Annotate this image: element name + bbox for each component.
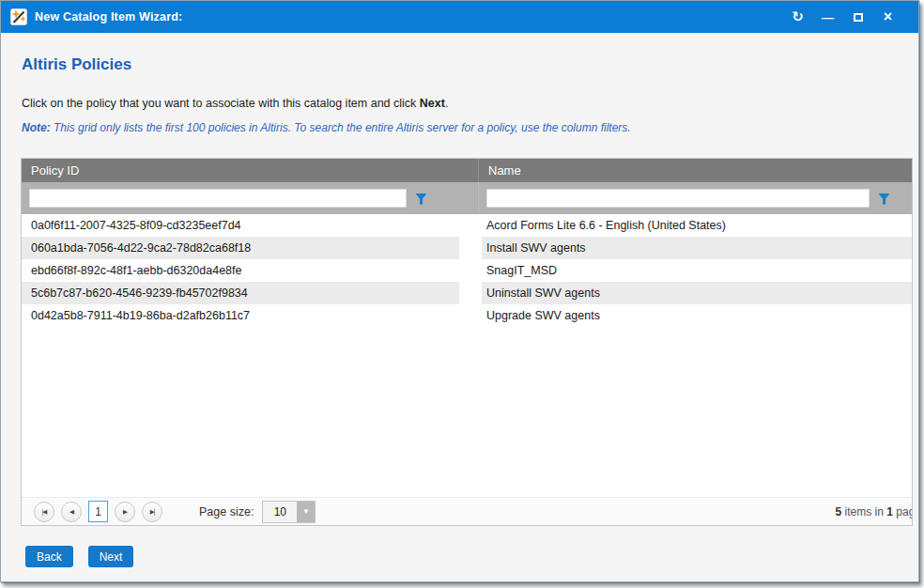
page-title: Altiris Policies	[22, 55, 131, 74]
column-gap	[459, 237, 482, 259]
table-row[interactable]: 0d42a5b8-7911-4b19-86ba-d2afb26b11c7 Upg…	[22, 304, 912, 327]
name-cell: Acord Forms Lite 6.6 - English (United S…	[482, 214, 912, 237]
note-body: This grid only lists the first 100 polic…	[51, 121, 631, 134]
instruction-text: Click on the policy that you want to ass…	[22, 97, 448, 110]
instruction-next-emphasis: Next	[420, 97, 445, 110]
table-row[interactable]: 0a0f6f11-2007-4325-8f09-cd3235eef7d4 Aco…	[22, 214, 912, 237]
column-gap	[459, 214, 482, 237]
column-gap	[459, 259, 482, 282]
next-button[interactable]: Next	[88, 546, 134, 567]
window-controls: ↻ — ×	[790, 9, 909, 25]
policy-id-cell: 0a0f6f11-2007-4325-8f09-cd3235eef7d4	[22, 214, 459, 237]
policy-id-filter-cell	[22, 182, 479, 214]
screen: New Catalog Item Wizard: ↻ — × Altiris P…	[0, 0, 924, 588]
maximize-icon[interactable]	[850, 9, 866, 25]
current-page-button[interactable]: 1	[88, 501, 108, 522]
dropdown-arrow-icon[interactable]: ▼	[297, 502, 315, 522]
page-size-value: 10	[263, 502, 297, 522]
minimize-icon[interactable]: —	[820, 9, 836, 25]
policy-id-filter-icon[interactable]	[415, 193, 427, 205]
column-header-policy-id[interactable]: Policy ID	[22, 159, 479, 182]
column-gap	[459, 282, 482, 304]
page-size-select[interactable]: 10 ▼	[262, 501, 316, 523]
close-icon[interactable]: ×	[880, 9, 896, 25]
grid-filter-row	[22, 182, 912, 214]
table-row[interactable]: ebd66f8f-892c-48f1-aebb-d6320da4e8fe Sna…	[22, 259, 912, 282]
policy-id-cell: 0d42a5b8-7911-4b19-86ba-d2afb26b11c7	[22, 304, 459, 327]
instruction-suffix: .	[445, 97, 448, 110]
next-page-button[interactable]: ▶	[115, 502, 135, 522]
name-cell: Uninstall SWV agents	[482, 282, 912, 304]
window-title: New Catalog Item Wizard:	[35, 10, 183, 23]
page-size-label: Page size:	[199, 505, 254, 518]
name-cell: SnagIT_MSD	[482, 259, 912, 282]
policy-id-cell: 060a1bda-7056-4d22-9ca2-78d82ca68f18	[22, 237, 459, 259]
table-row[interactable]: 060a1bda-7056-4d22-9ca2-78d82ca68f18 Ins…	[22, 237, 912, 259]
policy-id-filter-input[interactable]	[29, 189, 407, 208]
note-text: Note: This grid only lists the first 100…	[22, 121, 631, 134]
name-filter-icon[interactable]	[878, 193, 890, 205]
policy-id-cell: ebd66f8f-892c-48f1-aebb-d6320da4e8fe	[22, 259, 459, 282]
policy-id-cell: 5c6b7c87-b620-4546-9239-fb45702f9834	[22, 282, 459, 304]
items-summary-mid: items in	[841, 505, 886, 518]
policies-grid: Policy ID Name	[21, 158, 913, 526]
wizard-footer: Back Next	[25, 546, 133, 567]
pager-bar: |◀ ◀ 1 ▶ ▶| Page size: 10 ▼ 5 items in 1…	[22, 497, 912, 525]
back-button[interactable]: Back	[25, 546, 73, 567]
instruction-prefix: Click on the policy that you want to ass…	[22, 97, 420, 110]
name-cell: Install SWV agents	[482, 237, 912, 259]
last-page-button[interactable]: ▶|	[142, 502, 162, 522]
column-header-name[interactable]: Name	[479, 159, 912, 182]
note-label: Note:	[22, 121, 51, 134]
pages-count: 1	[886, 505, 893, 518]
column-gap	[459, 304, 482, 327]
name-filter-cell	[479, 182, 912, 214]
items-summary-tail: pages	[893, 505, 912, 518]
wizard-window: New Catalog Item Wizard: ↻ — × Altiris P…	[0, 0, 919, 582]
table-row[interactable]: 5c6b7c87-b620-4546-9239-fb45702f9834 Uni…	[22, 282, 912, 304]
items-summary: 5 items in 1 pages	[836, 498, 912, 525]
grid-empty-area	[22, 327, 912, 497]
wizard-app-icon	[10, 8, 27, 25]
title-bar: New Catalog Item Wizard: ↻ — ×	[1, 1, 918, 33]
items-count: 5	[836, 505, 842, 518]
maximize-box-glyph	[854, 13, 863, 22]
name-filter-input[interactable]	[486, 189, 870, 208]
grid-header-row: Policy ID Name	[22, 159, 912, 182]
previous-page-button[interactable]: ◀	[61, 502, 82, 522]
name-cell: Upgrade SWV agents	[482, 304, 912, 327]
grid-body: 0a0f6f11-2007-4325-8f09-cd3235eef7d4 Aco…	[22, 214, 912, 497]
refresh-icon[interactable]: ↻	[790, 9, 806, 25]
first-page-button[interactable]: |◀	[34, 502, 54, 522]
